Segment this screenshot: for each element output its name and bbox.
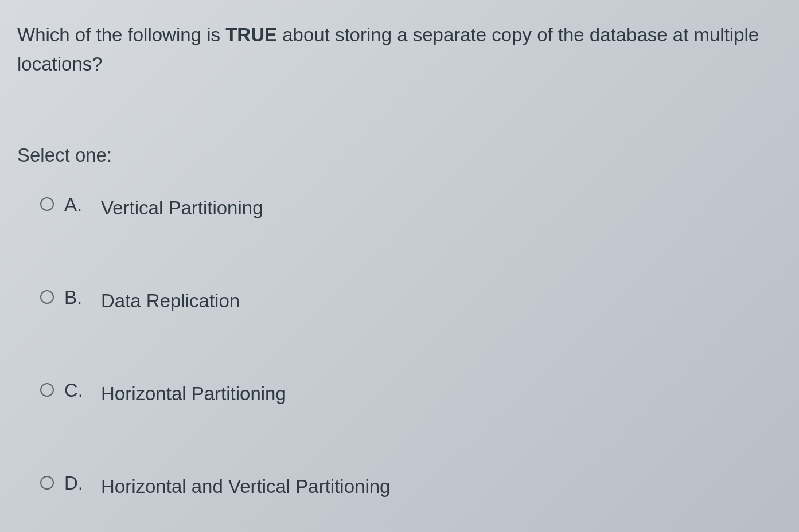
option-letter: B. [64,287,85,308]
option-text: Vertical Partitioning [101,197,263,218]
option-letter: C. [64,380,85,401]
option-text: Horizontal and Vertical Partitioning [101,476,390,497]
option-b[interactable]: B. Data Replication [40,287,782,312]
question-text: Which of the following is TRUE about sto… [17,20,782,79]
option-text: Horizontal Partitioning [101,383,286,404]
options-list: A. Vertical Partitioning B. Data Replica… [17,194,782,498]
radio-icon[interactable] [40,290,54,304]
option-c[interactable]: C. Horizontal Partitioning [40,380,782,405]
select-one-label: Select one: [17,144,782,166]
option-letter: A. [64,194,85,216]
question-bold: TRUE [225,24,277,45]
option-letter: D. [64,472,85,494]
radio-icon[interactable] [40,476,54,490]
option-text: Data Replication [101,290,240,311]
option-d[interactable]: D. Horizontal and Vertical Partitioning [40,472,782,498]
radio-icon[interactable] [40,383,54,397]
radio-icon[interactable] [40,197,54,211]
question-prefix: Which of the following is [17,24,225,45]
option-a[interactable]: A. Vertical Partitioning [40,194,782,219]
